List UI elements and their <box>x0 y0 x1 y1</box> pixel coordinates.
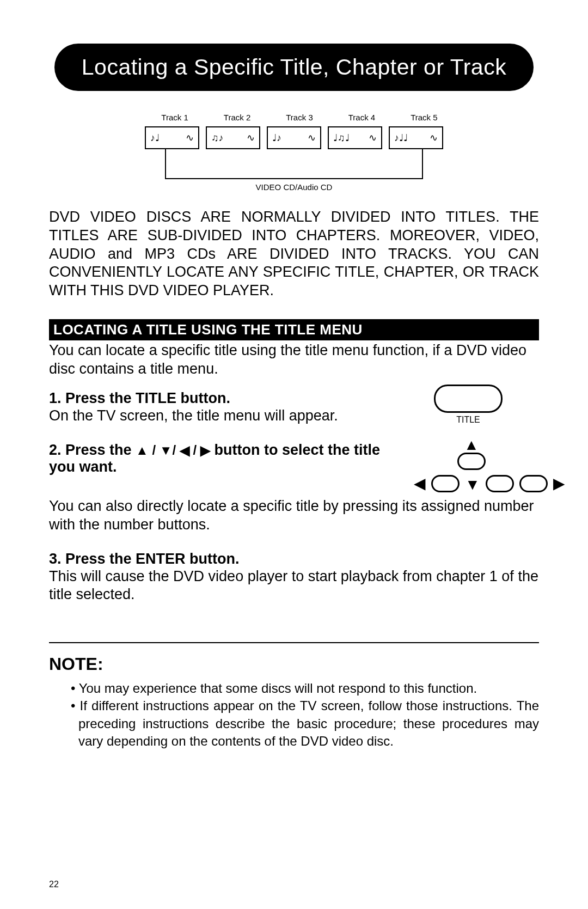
arrow-left-icon: ◀ <box>414 474 426 492</box>
step-3-text: This will cause the DVD video player to … <box>49 568 539 605</box>
step-3-heading: 3. Press the ENTER button. <box>49 551 539 568</box>
track-label: Track 2 <box>224 113 250 122</box>
button-up-icon <box>457 453 486 470</box>
note-heading: NOTE: <box>49 654 539 674</box>
track-box: ♩♫♩∿ <box>328 126 382 149</box>
note-item: • If different instructions appear on th… <box>71 697 539 750</box>
dpad-graphic: ▲ ◀ ▼ ▶ <box>414 436 528 507</box>
step-2-heading: 2. Press the ▲ / ▼/ ◀ / ▶ button to sele… <box>49 442 397 475</box>
track-diagram: Track 1 Track 2 Track 3 Track 4 Track 5 … <box>49 113 539 192</box>
button-down-icon <box>486 475 514 492</box>
arrow-keys-icon: ▲ / ▼/ ◀ / ▶ <box>136 443 210 458</box>
track-box: ♩♪∿ <box>267 126 321 149</box>
track-box: ♪♩∿ <box>145 126 199 149</box>
arrow-up-icon: ▲ <box>464 436 479 454</box>
divider <box>49 642 539 643</box>
title-button-graphic: TITLE <box>430 385 506 425</box>
intro-paragraph: DVD VIDEO DISCS ARE NORMALLY DIVIDED INT… <box>49 208 539 300</box>
track-label: Track 3 <box>286 113 313 122</box>
button-right-icon <box>519 475 548 492</box>
note-list: • You may experience that some discs wil… <box>71 680 539 751</box>
page-number: 22 <box>49 880 59 889</box>
track-label: Track 1 <box>161 113 188 122</box>
diagram-footer: VIDEO CD/Audio CD <box>49 182 539 192</box>
page-title: Locating a Specific Title, Chapter or Tr… <box>54 44 534 91</box>
track-box: ♪♩♩∿ <box>389 126 443 149</box>
section-intro: You can locate a specific title using th… <box>49 341 539 379</box>
note-item: • You may experience that some discs wil… <box>71 680 539 697</box>
track-label: Track 4 <box>348 113 375 122</box>
section-heading: LOCATING A TITLE USING THE TITLE MENU <box>49 319 539 340</box>
arrow-down-icon: ▼ <box>465 476 480 493</box>
button-left-icon <box>431 475 460 492</box>
track-box: ♫♪∿ <box>206 126 260 149</box>
title-button-label: TITLE <box>430 415 506 425</box>
arrow-right-icon: ▶ <box>553 474 565 492</box>
track-label: Track 5 <box>411 113 437 122</box>
title-button-icon <box>434 385 503 413</box>
